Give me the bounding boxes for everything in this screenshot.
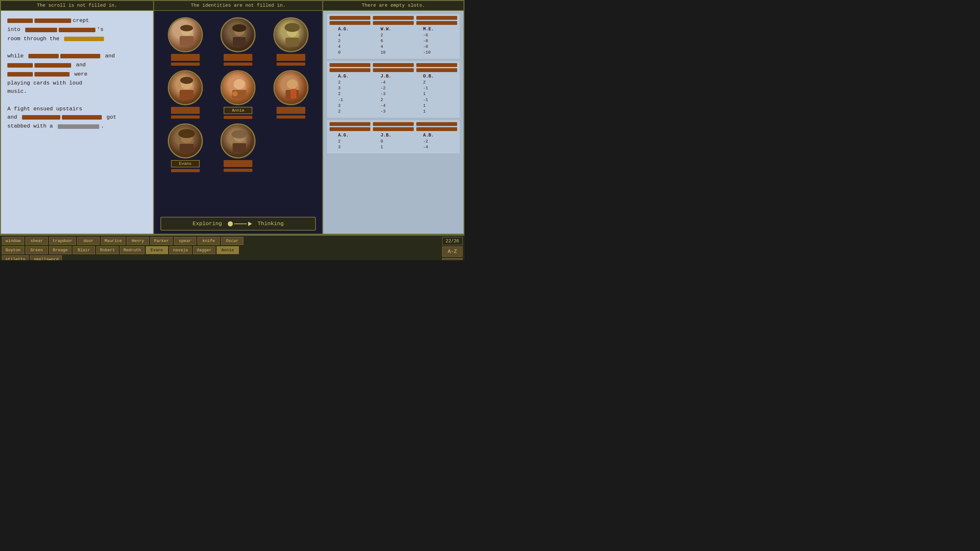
toolbar-btn-henry[interactable]: Henry xyxy=(127,237,149,245)
name-slot-empty-8[interactable] xyxy=(224,160,252,167)
slot[interactable] xyxy=(373,21,414,25)
svg-point-21 xyxy=(287,79,298,89)
slot[interactable] xyxy=(7,72,33,76)
character-slot-7[interactable]: Evans xyxy=(161,124,210,172)
text-music: music. xyxy=(7,87,147,96)
portrait-5[interactable] xyxy=(220,70,256,105)
toolbar-btn-dagger[interactable]: dagger xyxy=(193,246,215,254)
character-slot-2[interactable] xyxy=(213,17,263,66)
toolbar-az-button[interactable]: A-Z xyxy=(442,246,463,257)
slot[interactable] xyxy=(329,68,371,72)
slot[interactable] xyxy=(60,54,100,58)
toolbar-btn-shear[interactable]: shear xyxy=(25,237,48,245)
toolbar-btn-smallsword[interactable]: smallsword xyxy=(30,256,62,260)
slot[interactable] xyxy=(416,122,457,126)
score-col-jb: J.B. -4-2-32-4-3 xyxy=(380,73,406,114)
slot[interactable] xyxy=(25,28,57,32)
character-slot-6[interactable] xyxy=(266,70,316,119)
character-slot-5[interactable]: Annie xyxy=(213,70,263,119)
portrait-6[interactable] xyxy=(274,70,309,105)
slot[interactable] xyxy=(329,16,371,20)
character-slot-4[interactable] xyxy=(161,70,210,119)
text-and2: and xyxy=(73,61,86,69)
slot[interactable] xyxy=(59,28,95,32)
slot[interactable] xyxy=(373,68,414,72)
name-slot-empty-4[interactable] xyxy=(171,107,200,114)
name-slot-empty-2[interactable] xyxy=(224,54,252,61)
slot[interactable] xyxy=(373,122,414,126)
portrait-7[interactable] xyxy=(168,124,203,159)
sub-slot-7 xyxy=(171,169,200,172)
slot-weapon[interactable] xyxy=(58,124,99,129)
toolbar-btn-door[interactable]: door xyxy=(77,237,100,245)
toolbar-question-button[interactable]: ? xyxy=(442,258,463,260)
toolbar-btn-stiletto[interactable]: stiletto xyxy=(2,256,29,260)
score-col-ag2: A.G. 232-132 xyxy=(338,73,364,114)
slot[interactable] xyxy=(416,16,457,20)
slot[interactable] xyxy=(7,63,33,68)
middle-panel: The identities are not filled in. xyxy=(154,1,323,234)
slot[interactable] xyxy=(29,54,59,58)
name-tag-evans[interactable]: Evans xyxy=(171,160,200,167)
toolbar-btn-robert[interactable]: Robert xyxy=(96,246,119,254)
toolbar-btn-knife[interactable]: knife xyxy=(197,237,220,245)
portrait-2[interactable] xyxy=(220,17,256,52)
sub-slot-3 xyxy=(277,62,305,66)
slot[interactable] xyxy=(329,127,371,131)
toolbar-btn-navaja[interactable]: navaja xyxy=(169,246,192,254)
slot[interactable] xyxy=(35,72,70,76)
portrait-1[interactable] xyxy=(168,17,203,52)
slot[interactable] xyxy=(416,127,457,131)
toolbar-btn-green[interactable]: Green xyxy=(25,246,48,254)
slot[interactable] xyxy=(35,19,71,23)
toolbar-btn-maurice[interactable]: Maurice xyxy=(101,237,126,245)
toolbar-btn-parker[interactable]: Parker xyxy=(150,237,173,245)
slot[interactable] xyxy=(373,63,414,67)
text-got: got xyxy=(103,113,116,121)
character-slot-3[interactable] xyxy=(266,17,316,66)
svg-point-3 xyxy=(180,25,193,31)
slot[interactable] xyxy=(373,16,414,20)
right-panel-header: There are empty slots. xyxy=(323,1,463,11)
slot[interactable] xyxy=(329,21,371,25)
portrait-3[interactable] xyxy=(274,17,309,52)
toolbar-btn-spear[interactable]: spear xyxy=(174,237,196,245)
slot[interactable] xyxy=(22,115,60,119)
slot[interactable] xyxy=(416,68,457,72)
text-were: were xyxy=(71,70,88,78)
toolbar-btn-trapdoor[interactable]: trapdoor xyxy=(49,237,76,245)
character-slot-8[interactable] xyxy=(213,124,263,172)
character-slot-1[interactable] xyxy=(161,17,210,66)
slot[interactable] xyxy=(7,19,33,23)
toolbar-btn-evans[interactable]: Evans xyxy=(146,246,168,254)
mode-thinking[interactable]: Thinking xyxy=(258,221,284,227)
toolbar-btn-oscar[interactable]: Oscar xyxy=(221,237,243,245)
name-slot-empty-3[interactable] xyxy=(277,54,305,61)
mode-exploring[interactable]: Exploring xyxy=(192,221,222,227)
slot[interactable] xyxy=(373,127,414,131)
toolbar-btn-redruth[interactable]: Redruth xyxy=(120,246,145,254)
slot[interactable] xyxy=(35,63,71,68)
portrait-image-5 xyxy=(222,71,254,104)
slot[interactable] xyxy=(416,21,457,25)
slot[interactable] xyxy=(329,122,371,126)
slot[interactable] xyxy=(329,63,371,67)
name-slot-empty-1[interactable] xyxy=(171,54,200,61)
name-tag-annie[interactable]: Annie xyxy=(224,107,252,114)
toolbar: window shear trapdoor door Maurice Henry… xyxy=(0,235,465,260)
portrait-4[interactable] xyxy=(168,70,203,105)
slot-window[interactable] xyxy=(64,37,104,41)
toolbar-btn-annie[interactable]: Annie xyxy=(216,246,239,254)
toolbar-btn-breage[interactable]: Breage xyxy=(49,246,72,254)
score-row-1: A.G. 4240 W.W. 26410 M.E. -6-8-8-10 xyxy=(329,26,457,56)
slot[interactable] xyxy=(62,115,102,119)
name-slot-empty-6[interactable] xyxy=(277,107,305,114)
portrait-8[interactable] xyxy=(220,124,256,159)
slot[interactable] xyxy=(416,63,457,67)
toolbar-btn-blair[interactable]: Blair xyxy=(73,246,95,254)
toolbar-btn-boyton[interactable]: Boyton xyxy=(2,246,24,254)
toolbar-btn-window[interactable]: window xyxy=(2,237,24,245)
text-line: while and xyxy=(7,52,147,60)
toolbar-right-controls: 22/26 A-Z ? xyxy=(442,237,463,260)
mode-line xyxy=(234,224,247,224)
